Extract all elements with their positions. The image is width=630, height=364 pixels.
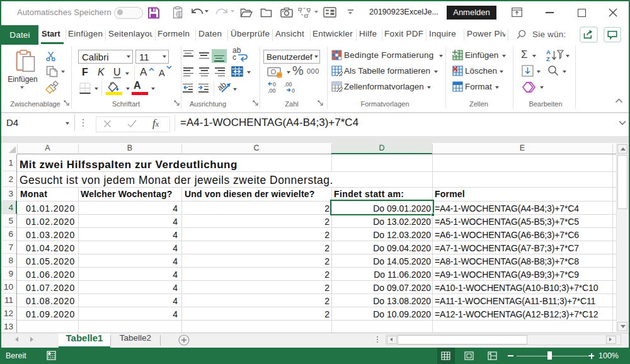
svg-text:A: A [546,48,551,55]
svg-text:,00: ,00 [268,88,276,94]
svg-text:Z: Z [546,55,550,62]
svg-text:,00: ,00 [284,81,292,88]
svg-text:0: 0 [292,88,295,94]
svg-text:0: 0 [273,81,276,88]
